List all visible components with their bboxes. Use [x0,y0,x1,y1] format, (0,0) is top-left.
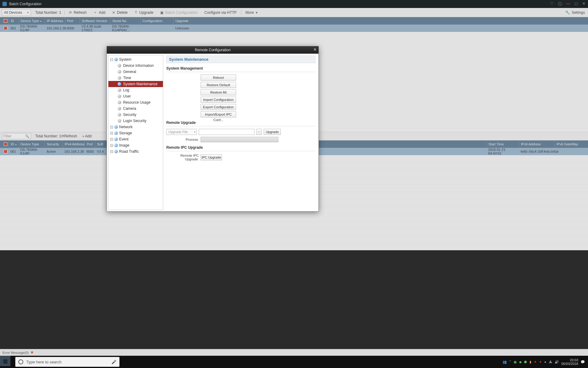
tray-icon-4[interactable]: ▮ [530,360,531,364]
bell-icon[interactable]: ♡ [550,1,554,7]
select-all-checkbox-2[interactable] [4,142,7,146]
import-export-ipc-button[interactable]: Import/Export IPC Conf... [201,111,236,117]
col-id[interactable]: ID [9,17,18,25]
filter-input[interactable]: Filter🔍 [2,133,31,139]
add-button[interactable]: ＋Add [92,10,107,15]
ipc-upgrade-button[interactable]: IPC Upgrade [201,154,222,160]
expand-icon[interactable]: + [110,126,113,128]
plus-icon: ＋ [81,134,85,138]
tree-leaf-time[interactable]: Time [108,75,163,81]
error-message-label[interactable]: Error Message(0) [2,351,29,355]
upgrade-icon: ⤒ [134,10,138,15]
lower-refresh-button[interactable]: ⟳Refresh [61,134,77,138]
browse-button[interactable]: ··· [256,129,262,135]
col-software-version[interactable]: Software Version [80,17,110,25]
close-error-icon[interactable]: ✖ [31,351,33,355]
col2-id[interactable]: ID▴ [9,140,18,148]
tray-network-icon[interactable]: 🖧 [549,360,552,364]
upgrade-action-button[interactable]: Upgrade [264,129,281,135]
action-center-icon[interactable]: 💬 [581,360,585,364]
expand-icon[interactable]: + [110,132,113,135]
tree-leaf-device-info[interactable]: Device Information [108,63,163,69]
system-tray[interactable]: 👥 ˄ ▣ ◆ ⬢ ▮ ✶ ✶ ● 🖧 🔊 20:03 05/03/2018 💬 [503,358,588,366]
refresh-button[interactable]: ⟳Refresh [68,10,88,15]
tree-node-road-traffic[interactable]: +Road Traffic [108,148,163,155]
info-icon[interactable]: ⓘ [558,1,562,7]
tree-leaf-security[interactable]: Security [108,112,163,118]
export-config-button[interactable]: Export Configuration File [201,104,236,110]
col2-security[interactable]: Security [45,140,62,148]
collapse-icon[interactable]: − [110,58,113,61]
tray-people-icon[interactable]: 👥 [503,360,507,364]
col-serial[interactable]: Serial No. [110,17,140,25]
tray-icon-6[interactable]: ✶ [539,360,542,364]
tree-leaf-login-security[interactable]: Login Security [108,118,163,124]
minimize-button[interactable]: — [566,1,570,7]
dialog-close-button[interactable]: ✕ [313,47,317,52]
tree-leaf-resource[interactable]: Resource Usage [108,99,163,105]
import-config-button[interactable]: Import Configuration File [201,97,236,103]
tree-node-image[interactable]: +Image [108,142,163,148]
col-configuration[interactable]: Configuration [140,17,173,25]
tree-node-event[interactable]: +Event [108,136,163,142]
node-icon [118,101,121,104]
node-icon [118,113,121,117]
upgrade-path-input[interactable] [199,129,254,135]
lower-add-button[interactable]: ＋Add [81,134,92,139]
col-device-type[interactable]: Device Type▴ [18,17,45,25]
tree-node-storage[interactable]: +Storage [108,130,163,136]
maximize-button[interactable]: ◻ [575,1,578,7]
more-button[interactable]: More▾ [244,10,259,15]
delete-button[interactable]: ✕Delete [111,10,129,15]
tray-icon-5[interactable]: ✶ [534,360,537,364]
row-checkbox-2[interactable] [4,150,7,153]
restore-default-button[interactable]: Restore Default Settings [201,82,236,88]
node-icon [118,119,121,123]
tree-leaf-system-maintenance[interactable]: System Maintenance [108,81,163,87]
tray-icon-1[interactable]: ▣ [514,360,517,364]
col2-ipv6[interactable]: IPv6 Address [519,140,554,148]
node-icon [118,70,121,74]
configure-http-button[interactable]: Configure via HTTP [203,10,238,15]
tray-icon-2[interactable]: ◆ [519,360,522,364]
expand-icon[interactable]: + [110,144,113,147]
tree-leaf-user[interactable]: User [108,93,163,99]
restore-all-button[interactable]: Restore All [201,89,236,95]
tray-chevron-icon[interactable]: ˄ [509,360,511,364]
globe-icon [114,58,118,61]
devices-dropdown[interactable]: All Devices [2,9,31,16]
tree-node-system[interactable]: −System [108,56,163,63]
tree-leaf-camera[interactable]: Camera [108,105,163,112]
col-upgrade[interactable]: Upgrade [173,17,188,25]
col-ip[interactable]: IP Address [45,17,65,25]
col-port[interactable]: Port [65,17,80,25]
col2-device-type[interactable]: Device Type [18,140,45,148]
tree-leaf-general[interactable]: General [108,69,163,75]
upgrade-button[interactable]: ⤒Upgrade [133,10,155,15]
col2-start-time[interactable]: Start Time [486,140,519,148]
tray-icon-3[interactable]: ⬢ [524,360,527,364]
reboot-button[interactable]: Reboot [201,75,236,81]
taskbar-search[interactable]: Type here to search 🎤 [15,357,119,367]
tray-volume-icon[interactable]: 🔊 [555,360,559,364]
close-button[interactable]: ✕ [582,1,586,7]
clock-time: 20:03 [561,358,578,362]
col2-ipv6-gw[interactable]: IPv6 GateWay [554,140,588,148]
dialog-titlebar[interactable]: Remote Configuration ✕ [107,46,318,54]
col2-ipv4[interactable]: IPv4 Address [62,140,85,148]
settings-button[interactable]: 🔧Settings [564,10,586,15]
upgrade-file-combo[interactable]: Upgrade File [166,129,197,135]
tree-leaf-log[interactable]: Log [108,87,163,93]
col2-port[interactable]: Port [85,140,95,148]
mic-icon[interactable]: 🎤 [111,360,116,364]
expand-icon[interactable]: + [110,150,113,153]
row-checkbox[interactable] [4,26,7,30]
expand-icon[interactable]: + [110,138,113,141]
taskbar-clock[interactable]: 20:03 05/03/2018 [561,358,578,366]
tray-icon-7[interactable]: ● [544,360,546,364]
tree-node-network[interactable]: +Network [108,124,163,130]
select-all-checkbox[interactable] [4,19,7,23]
batch-config-button: ▣Batch Configuration [159,10,199,15]
app-icon-11[interactable]: ▥ [0,356,10,366]
table-row[interactable]: 001 DS-7604NI-K1/4P 192.168.2.38 8000 V3… [0,25,588,32]
